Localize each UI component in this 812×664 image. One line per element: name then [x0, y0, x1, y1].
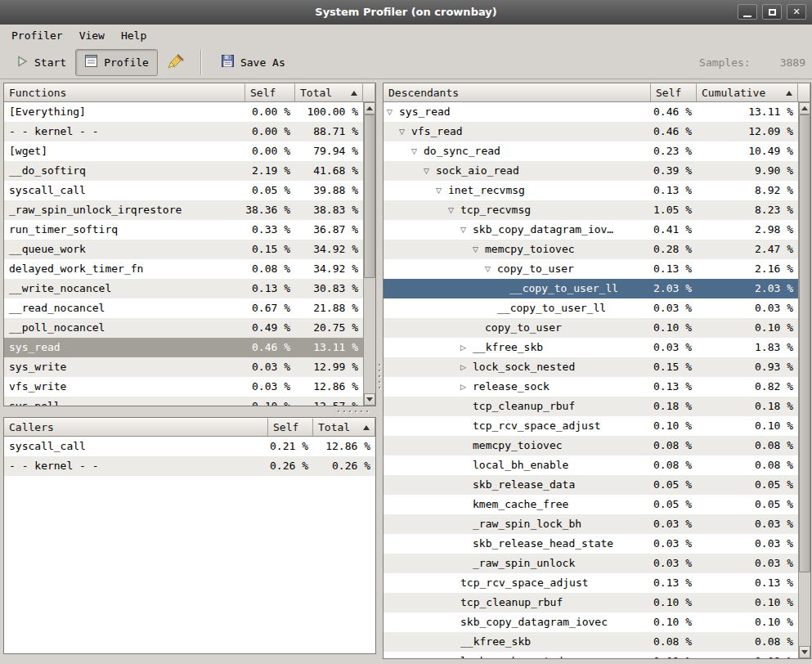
scroll-up-button[interactable] [799, 102, 810, 114]
table-row[interactable]: kmem_cache_free0.05 %0.05 % [384, 495, 798, 514]
table-row[interactable]: - - kernel - -0.00 %88.71 % [4, 122, 363, 141]
table-row[interactable]: ▽sock_aio_read0.39 %9.90 % [384, 161, 798, 181]
table-row[interactable]: ▽do_sync_read0.23 %10.49 % [384, 141, 798, 161]
reset-profile-button[interactable] [161, 49, 191, 76]
tree-indent [385, 173, 424, 174]
table-row[interactable]: memcpy_toiovec0.08 %0.08 % [384, 436, 798, 455]
column-header-self[interactable]: Self [268, 418, 313, 437]
column-header-self[interactable]: Self [651, 83, 697, 102]
table-row[interactable]: __copy_to_user_ll0.03 %0.03 % [384, 298, 798, 318]
table-row[interactable]: ▽skb_copy_datagram_iov…0.41 %2.98 % [384, 220, 798, 240]
table-row[interactable]: sys_write0.03 %12.99 % [4, 357, 363, 377]
table-row[interactable]: skb_release_data0.05 %0.05 % [384, 475, 798, 495]
tree-expander-open-icon[interactable]: ▽ [399, 122, 411, 141]
start-button[interactable]: Start [7, 49, 75, 76]
table-row[interactable]: - - kernel - -0.26 %0.26 % [4, 456, 375, 476]
table-row[interactable]: _raw_spin_lock_bh0.03 %0.03 % [384, 514, 798, 534]
profile-toggle-button[interactable]: Profile [75, 49, 158, 76]
cell-total: 38.83 % [295, 200, 363, 220]
tree-expander-open-icon[interactable]: ▽ [387, 102, 399, 122]
column-header-cumulative[interactable]: Cumulative [697, 83, 798, 102]
column-header-total[interactable]: Total [295, 83, 363, 102]
column-header-functions[interactable]: Functions [4, 83, 245, 102]
table-row[interactable]: __read_nocancel0.67 %21.88 % [4, 298, 363, 318]
tree-expander-open-icon[interactable]: ▽ [460, 220, 473, 240]
descendants-scrollbar[interactable] [798, 102, 810, 658]
table-row[interactable]: ▽tcp_recvmsg1.05 %8.23 % [384, 200, 798, 220]
table-row[interactable]: copy_to_user0.10 %0.10 % [384, 318, 798, 338]
table-row[interactable]: local_bh_enable0.08 %0.08 % [384, 455, 798, 475]
table-row[interactable]: syscall_call0.21 %12.86 % [4, 437, 375, 456]
table-row[interactable]: __copy_to_user_ll2.03 %2.03 % [384, 279, 798, 298]
table-row[interactable]: sys_read0.46 %13.11 % [4, 338, 363, 357]
vertical-paned-handle[interactable] [377, 79, 383, 664]
table-row[interactable]: lock_sock_nested0.08 %0.08 % [384, 652, 798, 658]
column-header-self[interactable]: Self [245, 83, 295, 102]
table-row[interactable]: __write_nocancel0.13 %30.83 % [4, 279, 363, 298]
menu-help[interactable]: Help [113, 27, 155, 44]
column-header-descendants[interactable]: Descendants [384, 83, 651, 102]
maximize-button[interactable] [762, 4, 782, 20]
tree-expander-open-icon[interactable]: ▽ [411, 141, 424, 161]
functions-scrollbar[interactable] [363, 102, 375, 406]
tree-expander-open-icon[interactable]: ▽ [424, 161, 436, 181]
table-row[interactable]: ▽memcpy_toiovec0.28 %2.47 % [384, 240, 798, 259]
scroll-down-button[interactable] [364, 393, 375, 406]
table-row[interactable]: tcp_rcv_space_adjust0.10 %0.10 % [384, 416, 798, 436]
cell-name: _raw_spin_unlock_irqrestore [4, 200, 245, 220]
scroll-up-button[interactable] [364, 102, 375, 114]
tree-expander-closed-icon[interactable]: ▷ [460, 338, 473, 357]
table-row[interactable]: tcp_cleanup_rbuf0.18 %0.18 % [384, 397, 798, 416]
table-row[interactable]: _raw_spin_unlock_irqrestore38.36 %38.83 … [4, 200, 363, 220]
column-header-total[interactable]: Total [313, 418, 375, 437]
tree-expander-open-icon[interactable]: ▽ [448, 200, 460, 220]
table-row[interactable]: ▽sys_read0.46 %13.11 % [384, 102, 798, 122]
cell-cumulative: 0.10 % [697, 593, 798, 612]
table-row[interactable]: ▽copy_to_user0.13 %2.16 % [384, 259, 798, 279]
menu-profiler[interactable]: Profiler [3, 27, 71, 44]
table-row[interactable]: tcp_cleanup_rbuf0.10 %0.10 % [384, 593, 798, 612]
table-row[interactable]: ▽inet_recvmsg0.13 %8.92 % [384, 181, 798, 200]
table-row[interactable]: __kfree_skb0.08 %0.08 % [384, 632, 798, 652]
table-row[interactable]: __do_softirq2.19 %41.68 % [4, 161, 363, 181]
cell-self: 1.05 % [651, 200, 697, 220]
horizontal-paned-handle[interactable] [0, 406, 379, 417]
table-row[interactable]: tcp_rcv_space_adjust0.13 %0.13 % [384, 573, 798, 593]
table-row[interactable]: sys_poll0.10 %12.57 % [4, 397, 363, 406]
tree-expander-open-icon[interactable]: ▽ [436, 181, 448, 200]
tree-expander-open-icon[interactable]: ▽ [485, 259, 497, 279]
table-row[interactable]: ▽vfs_read0.46 %12.09 % [384, 122, 798, 141]
scrollbar-thumb[interactable] [799, 114, 810, 572]
table-row[interactable]: delayed_work_timer_fn0.08 %34.92 % [4, 259, 363, 279]
tree-expander-closed-icon[interactable]: ▷ [460, 377, 473, 397]
table-row[interactable]: ▷lock_sock_nested0.15 %0.93 % [384, 357, 798, 377]
table-row[interactable]: ▷__kfree_skb0.03 %1.83 % [384, 338, 798, 357]
table-row[interactable]: _raw_spin_unlock0.03 %0.03 % [384, 554, 798, 573]
profile-icon [84, 54, 98, 70]
table-row[interactable]: __poll_nocancel0.49 %20.75 % [4, 318, 363, 338]
save-as-button[interactable]: Save As [212, 49, 294, 76]
cell-self: 0.10 % [245, 397, 295, 406]
table-row[interactable]: vfs_write0.03 %12.86 % [4, 377, 363, 397]
close-button[interactable]: ✕ [787, 4, 806, 20]
table-row[interactable]: skb_release_head_state0.03 %0.03 % [384, 534, 798, 554]
scroll-down-button[interactable] [799, 646, 810, 658]
table-row[interactable]: [wget]0.00 %79.94 % [4, 141, 363, 161]
table-row[interactable]: __queue_work0.15 %34.92 % [4, 240, 363, 259]
cell-cumulative: 0.82 % [697, 377, 798, 397]
titlebar[interactable]: System Profiler (on crownbay) ✕ [0, 0, 812, 25]
table-row[interactable]: skb_copy_datagram_iovec0.10 %0.10 % [384, 612, 798, 632]
cell-text: vfs_read [411, 125, 463, 137]
column-header-callers[interactable]: Callers [4, 418, 268, 437]
profile-button-label: Profile [104, 56, 149, 69]
menu-view[interactable]: View [71, 27, 113, 44]
cell-self: 0.03 % [651, 534, 697, 554]
table-row[interactable]: syscall_call0.05 %39.88 % [4, 181, 363, 200]
table-row[interactable]: [Everything]0.00 %100.00 % [4, 102, 363, 122]
minimize-button[interactable] [738, 4, 757, 20]
tree-expander-closed-icon[interactable]: ▷ [460, 357, 473, 377]
table-row[interactable]: ▷release_sock0.13 %0.82 % [384, 377, 798, 397]
table-row[interactable]: run_timer_softirq0.33 %36.87 % [4, 220, 363, 240]
scrollbar-thumb[interactable] [364, 114, 375, 278]
tree-expander-open-icon[interactable]: ▽ [473, 240, 485, 259]
